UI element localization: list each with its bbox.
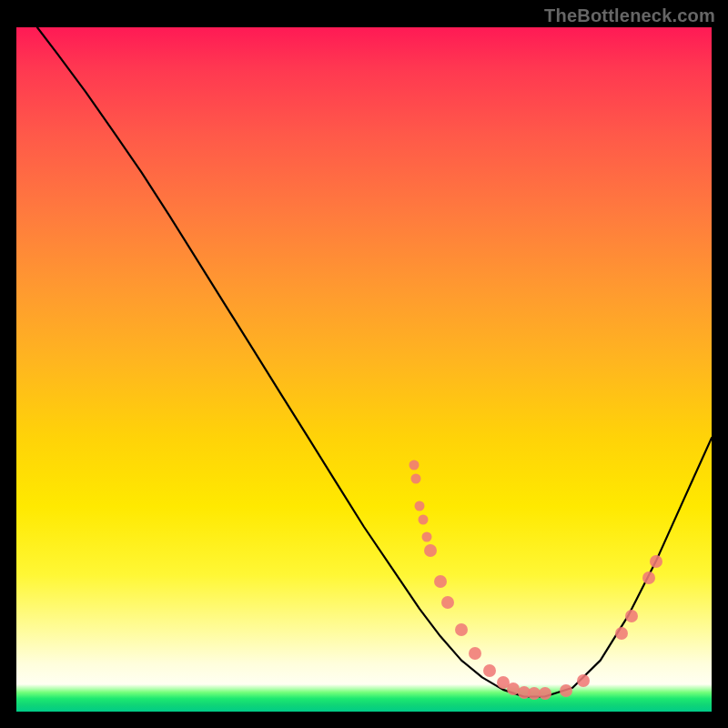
data-point [625,610,638,622]
data-point [441,596,454,609]
data-point [410,460,420,470]
data-point [455,623,468,636]
data-point [415,501,425,511]
data-point [539,687,551,700]
data-point [615,627,628,640]
chart-container: TheBottleneck.com [0,0,728,728]
data-point [650,555,662,568]
data-point [421,532,431,542]
data-point [418,515,428,525]
data-point [560,684,572,697]
data-point [411,474,421,484]
watermark-text: TheBottleneck.com [544,5,715,26]
data-point [642,571,655,584]
bottleneck-curve [16,27,712,712]
plot-area [16,27,712,712]
data-point [483,664,496,677]
data-point [434,575,447,588]
data-point [424,544,437,557]
data-point [577,674,590,687]
data-point [469,647,481,660]
